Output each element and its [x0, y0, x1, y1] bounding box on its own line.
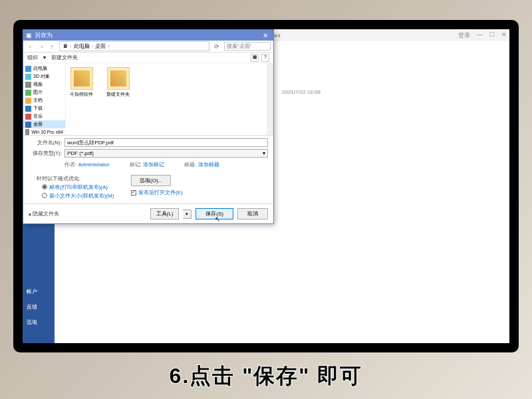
refresh-button[interactable]: ⟳: [212, 42, 221, 51]
tree-item[interactable]: 文档: [23, 96, 65, 104]
dialog-toolbar: 组织 ▾ 新建文件夹 ▦ ?: [23, 53, 273, 63]
tree-item[interactable]: 下载: [23, 104, 65, 112]
nav-up-button[interactable]: ↑: [47, 42, 57, 51]
tree-label: 文档: [33, 97, 43, 104]
save-as-dialog: ▣ 另存为 ✕ ← → ↑ 🖥 › 此电脑 › 桌面 ›: [23, 29, 274, 224]
file-label: 新建文件夹: [106, 91, 130, 98]
search-input[interactable]: [224, 42, 271, 51]
tools-dropdown[interactable]: ▾: [183, 209, 192, 219]
tree-item[interactable]: 此电脑: [23, 65, 65, 72]
folder-icon: [25, 106, 31, 112]
folder-icon: [25, 82, 31, 88]
author-label: 作者:: [65, 162, 76, 168]
author-value[interactable]: Administrator: [78, 162, 109, 168]
maximize-icon[interactable]: ☐: [489, 31, 495, 40]
dialog-fields: 文件名(N): 保存类型(T): PDF (*.pdf) 作者: Adminis…: [23, 135, 273, 172]
dialog-title: 另存为: [35, 31, 53, 40]
nav-forward-button[interactable]: →: [37, 42, 46, 51]
file-label: 不知何软件: [70, 91, 93, 98]
tags-link[interactable]: 添加标记: [143, 162, 164, 168]
new-folder-button[interactable]: 新建文件夹: [51, 54, 78, 61]
tree-label: 音乐: [33, 113, 43, 120]
tree-item[interactable]: 桌面: [23, 120, 65, 128]
sidebar-item-options[interactable]: 选项: [23, 315, 55, 330]
screen: docx - Word 登录 — ☐ ✕ ← 帐户 反馈 选项 2021/7/2…: [23, 29, 509, 343]
tree-item[interactable]: 3D 对象: [23, 72, 65, 80]
folder-icon: 🖥: [63, 43, 68, 49]
dialog-nav-bar: ← → ↑ 🖥 › 此电脑 › 桌面 › ⟳: [23, 41, 273, 53]
optimize-section: 针对以下格式优化: 标准(打印和联机发布)(A) 最小文件大小(联机发布)(M)…: [23, 172, 273, 203]
filename-input[interactable]: [65, 138, 268, 147]
dialog-footer: 隐藏文件夹 工具(L) ▾ 保存(S) ↖ 取消: [23, 203, 273, 223]
file-item[interactable]: 新建文件夹: [106, 67, 130, 98]
sidebar-item-account[interactable]: 帐户: [23, 284, 55, 299]
tree-item[interactable]: 视频: [23, 80, 65, 88]
folder-icon: [107, 67, 130, 90]
view-mode-button[interactable]: ▦: [251, 54, 259, 62]
tree-item[interactable]: 图片: [23, 88, 65, 96]
doc-modified-date: 2021/7/22 16:08: [282, 89, 321, 95]
radio-minimum[interactable]: 最小文件大小(联机发布)(M): [42, 192, 123, 200]
folder-icon: [25, 74, 31, 80]
tree-label: 下载: [33, 105, 43, 112]
hide-folders-toggle[interactable]: 隐藏文件夹: [29, 210, 59, 217]
folder-icon: [25, 66, 31, 72]
folder-icon: [25, 122, 31, 128]
breadcrumb-pc[interactable]: 此电脑: [74, 43, 90, 50]
radio-icon: [42, 193, 47, 198]
breadcrumb-desktop[interactable]: 桌面: [95, 43, 106, 50]
checkbox-icon: [131, 190, 136, 196]
filetype-select[interactable]: PDF (*.pdf): [65, 149, 268, 158]
tools-button[interactable]: 工具(L): [150, 208, 180, 219]
folder-icon: [25, 114, 31, 120]
radio-standard[interactable]: 标准(打印和联机发布)(A): [42, 184, 123, 191]
folder-icon: [70, 67, 93, 90]
tree-label: 视频: [33, 81, 43, 88]
filename-label: 文件名(N):: [29, 139, 62, 146]
options-button[interactable]: 选项(O)...: [131, 175, 171, 186]
dialog-titlebar: ▣ 另存为 ✕: [23, 30, 273, 41]
file-item[interactable]: 不知何软件: [70, 67, 93, 98]
title-link[interactable]: 添加标题: [198, 162, 219, 168]
tutorial-caption: 6.点击 "保存" 即可: [0, 362, 532, 391]
help-button[interactable]: ?: [261, 54, 269, 62]
folder-icon: [25, 98, 31, 104]
tree-item[interactable]: Win 10 Pro x64: [23, 128, 65, 135]
title-meta-label: 标题:: [184, 162, 196, 168]
minimize-icon[interactable]: —: [477, 31, 483, 40]
window-controls: 登录 — ☐ ✕: [458, 31, 507, 40]
tree-label: 此电脑: [33, 65, 47, 72]
sidebar-item-feedback[interactable]: 反馈: [23, 299, 55, 315]
close-icon[interactable]: ✕: [501, 31, 507, 40]
tree-label: 图片: [33, 89, 43, 96]
file-list[interactable]: 不知何软件新建文件夹: [66, 63, 273, 135]
monitor-frame: docx - Word 登录 — ☐ ✕ ← 帐户 反馈 选项 2021/7/2…: [13, 20, 519, 352]
folder-icon: [25, 90, 31, 96]
dialog-body: 此电脑3D 对象视频图片文档下载音乐桌面Win 10 Pro x64本地磁盘 (…: [23, 63, 273, 135]
tree-label: 桌面: [33, 121, 43, 128]
tags-label: 标记:: [130, 162, 142, 168]
optimize-label: 针对以下格式优化:: [37, 176, 80, 182]
radio-icon: [42, 184, 47, 190]
tree-label: 3D 对象: [33, 73, 50, 80]
filetype-label: 保存类型(T):: [29, 150, 62, 157]
breadcrumb[interactable]: 🖥 › 此电脑 › 桌面 ›: [59, 41, 209, 51]
login-link[interactable]: 登录: [458, 31, 470, 40]
organize-menu[interactable]: 组织: [27, 54, 38, 61]
save-button[interactable]: 保存(S) ↖: [196, 208, 233, 219]
folder-icon: [25, 129, 29, 135]
tree-label: Win 10 Pro x64: [31, 130, 63, 134]
open-after-checkbox[interactable]: 发布后打开文件(E): [131, 189, 268, 196]
dialog-close-button[interactable]: ✕: [260, 32, 271, 39]
folder-tree[interactable]: 此电脑3D 对象视频图片文档下载音乐桌面Win 10 Pro x64本地磁盘 (…: [23, 63, 66, 135]
scrollbar-vertical[interactable]: [267, 63, 273, 135]
tree-item[interactable]: 音乐: [23, 112, 65, 120]
cancel-button[interactable]: 取消: [237, 208, 268, 219]
word-icon: ▣: [26, 32, 32, 39]
nav-back-button[interactable]: ←: [26, 42, 35, 51]
